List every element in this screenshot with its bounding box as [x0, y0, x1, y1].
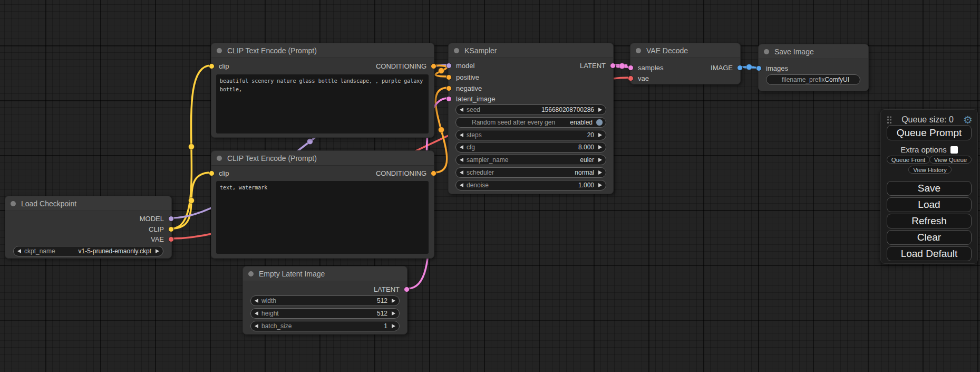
- port-latent-output[interactable]: LATENT: [580, 60, 616, 71]
- save-button[interactable]: Save: [887, 181, 972, 196]
- view-queue-button[interactable]: View Queue: [929, 156, 972, 164]
- node-ksampler[interactable]: KSampler model positive negative latent_…: [448, 43, 614, 194]
- decrement-arrow-icon[interactable]: [255, 311, 258, 316]
- latent-port-dot[interactable]: [628, 65, 634, 71]
- queue-front-button[interactable]: Queue Front: [887, 156, 930, 164]
- node-clip-text-encode-positive[interactable]: CLIP Text Encode (Prompt) clip CONDITION…: [211, 43, 434, 138]
- widget-seed[interactable]: seed 156680208700286: [455, 104, 606, 115]
- latent-port-dot[interactable]: [404, 287, 410, 292]
- image-port-dot[interactable]: [737, 65, 743, 71]
- link-midpoint-dot: [619, 63, 625, 69]
- positive-prompt-textarea[interactable]: beautiful scenery nature glass bottle la…: [216, 74, 429, 133]
- node-titlebar[interactable]: CLIP Text Encode (Prompt): [211, 151, 434, 166]
- toggle-enabled-icon[interactable]: [596, 119, 603, 126]
- port-clip-output[interactable]: CLIP: [149, 224, 174, 234]
- queue-prompt-button[interactable]: Queue Prompt: [887, 125, 972, 140]
- node-title: VAE Decode: [646, 46, 688, 55]
- decrement-arrow-icon[interactable]: [460, 145, 463, 149]
- load-button[interactable]: Load: [887, 197, 972, 212]
- widget-denoise[interactable]: denoise 1.000: [455, 180, 606, 190]
- vae-port-dot[interactable]: [628, 75, 634, 81]
- widget-sampler-name[interactable]: sampler_name euler: [455, 155, 606, 165]
- port-image-output[interactable]: IMAGE: [711, 62, 743, 73]
- negative-prompt-textarea[interactable]: text, watermark: [216, 181, 429, 254]
- clip-port-dot[interactable]: [209, 63, 215, 69]
- decrement-arrow-icon[interactable]: [17, 249, 21, 253]
- widget-batch-size[interactable]: batch_size 1: [250, 321, 400, 331]
- port-vae-output[interactable]: VAE: [151, 234, 174, 244]
- increment-arrow-icon[interactable]: [598, 108, 602, 112]
- link-midpoint-dot: [746, 64, 752, 70]
- settings-gear-icon[interactable]: ⚙: [963, 115, 973, 125]
- image-port-dot[interactable]: [756, 65, 762, 71]
- vae-port-dot[interactable]: [168, 236, 174, 242]
- widget-random-seed-toggle[interactable]: Random seed after every gen enabled: [455, 117, 606, 128]
- widget-cfg[interactable]: cfg 8.000: [455, 142, 606, 152]
- port-conditioning-output[interactable]: CONDITIONING: [376, 168, 436, 178]
- port-samples-input[interactable]: samples: [628, 62, 663, 73]
- increment-arrow-icon[interactable]: [598, 158, 602, 162]
- clip-port-dot[interactable]: [168, 226, 174, 232]
- decrement-arrow-icon[interactable]: [460, 158, 463, 162]
- decrement-arrow-icon[interactable]: [255, 299, 258, 303]
- extra-options-checkbox[interactable]: [950, 146, 958, 154]
- model-port-dot[interactable]: [446, 63, 452, 69]
- link-midpoint-dot: [439, 127, 444, 133]
- increment-arrow-icon[interactable]: [392, 311, 395, 316]
- latent-port-dot[interactable]: [446, 96, 452, 102]
- node-titlebar[interactable]: CLIP Text Encode (Prompt): [211, 43, 434, 58]
- port-negative-input[interactable]: negative: [446, 83, 482, 93]
- port-model-input[interactable]: model: [446, 60, 474, 71]
- node-titlebar[interactable]: KSampler: [449, 43, 613, 58]
- port-clip-input[interactable]: clip: [209, 61, 229, 71]
- conditioning-port-dot[interactable]: [431, 63, 436, 69]
- decrement-arrow-icon[interactable]: [460, 133, 463, 137]
- widget-scheduler[interactable]: scheduler normal: [455, 167, 606, 178]
- node-titlebar[interactable]: Load Checkpoint: [5, 196, 171, 211]
- widget-height[interactable]: height 512: [250, 308, 400, 319]
- view-history-button[interactable]: View History: [908, 166, 952, 174]
- port-images-input[interactable]: images: [756, 63, 788, 73]
- load-default-button[interactable]: Load Default: [887, 246, 972, 261]
- port-vae-input[interactable]: vae: [628, 73, 649, 83]
- port-clip-input[interactable]: clip: [209, 168, 229, 178]
- conditioning-port-dot[interactable]: [446, 85, 452, 91]
- port-latent-output[interactable]: LATENT: [374, 284, 410, 294]
- clear-button[interactable]: Clear: [887, 230, 972, 245]
- decrement-arrow-icon[interactable]: [460, 170, 463, 175]
- node-save-image[interactable]: Save Image images filename_prefix ComfyU…: [758, 44, 869, 91]
- node-empty-latent-image[interactable]: Empty Latent Image LATENT width 512 heig…: [242, 266, 407, 335]
- node-clip-text-encode-negative[interactable]: CLIP Text Encode (Prompt) clip CONDITION…: [211, 150, 434, 259]
- increment-arrow-icon[interactable]: [598, 145, 602, 149]
- increment-arrow-icon[interactable]: [598, 170, 602, 175]
- increment-arrow-icon[interactable]: [392, 324, 395, 328]
- widget-width[interactable]: width 512: [250, 295, 400, 306]
- model-port-dot[interactable]: [168, 216, 174, 222]
- node-vae-decode[interactable]: VAE Decode samples vae IMAGE: [630, 43, 741, 84]
- node-load-checkpoint[interactable]: Load Checkpoint MODEL CLIP VAE ckpt_name…: [5, 196, 172, 259]
- port-model-output[interactable]: MODEL: [140, 213, 174, 224]
- port-conditioning-output[interactable]: CONDITIONING: [376, 61, 436, 71]
- latent-port-dot[interactable]: [610, 63, 616, 69]
- node-titlebar[interactable]: VAE Decode: [630, 43, 740, 58]
- widget-steps[interactable]: steps 20: [455, 130, 606, 140]
- conditioning-port-dot[interactable]: [446, 74, 452, 80]
- node-titlebar[interactable]: Empty Latent Image: [243, 266, 407, 281]
- increment-arrow-icon[interactable]: [392, 299, 395, 303]
- port-positive-input[interactable]: positive: [446, 72, 479, 82]
- node-titlebar[interactable]: Save Image: [759, 44, 868, 59]
- decrement-arrow-icon[interactable]: [460, 108, 463, 112]
- refresh-button[interactable]: Refresh: [887, 214, 972, 228]
- drag-handle-icon[interactable]: [887, 116, 892, 124]
- widget-filename-prefix[interactable]: filename_prefix ComfyUI: [766, 74, 860, 85]
- increment-arrow-icon[interactable]: [598, 133, 602, 137]
- increment-arrow-icon[interactable]: [156, 249, 159, 253]
- clip-port-dot[interactable]: [209, 170, 215, 176]
- increment-arrow-icon[interactable]: [598, 183, 602, 187]
- node-title: KSampler: [464, 46, 497, 55]
- widget-ckpt-name[interactable]: ckpt_name v1-5-pruned-emaonly.ckpt: [13, 246, 163, 256]
- decrement-arrow-icon[interactable]: [460, 183, 463, 187]
- conditioning-port-dot[interactable]: [431, 170, 436, 176]
- port-latent-image-input[interactable]: latent_image: [446, 93, 495, 104]
- decrement-arrow-icon[interactable]: [255, 324, 258, 328]
